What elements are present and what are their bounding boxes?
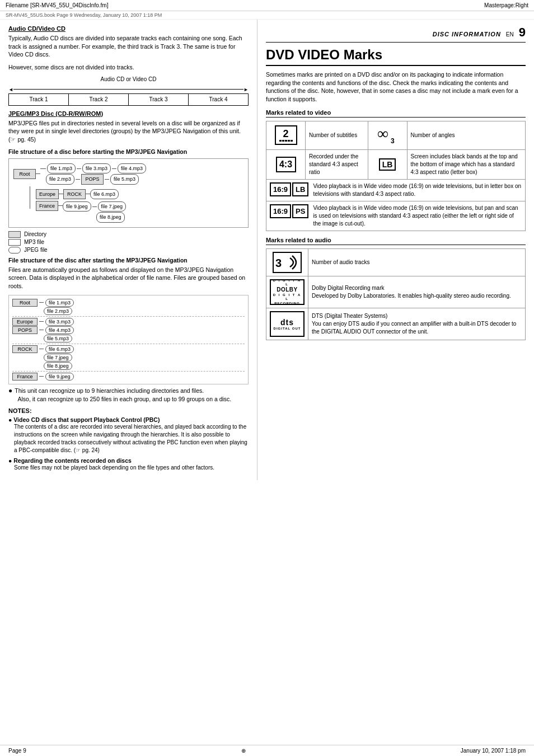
svg-text:∞: ∞ xyxy=(377,125,388,142)
icon-dts-cell: dts DIGITAL OUT xyxy=(266,308,308,340)
header: Filename [SR-MV45_55U_04DiscInfo.fm] Mas… xyxy=(0,0,534,11)
masterpage-label: Masterpage:Right xyxy=(484,2,528,8)
right-column: DISC INFORMATION EN 9 DVD VIDEO Marks So… xyxy=(257,20,534,480)
audio-cd-title: Audio CD/Video CD xyxy=(8,25,249,32)
fs2-file5mp3: file 5.mp3 xyxy=(44,335,72,342)
footer-date: January 10, 2007 1:18 pm xyxy=(461,748,526,754)
subheader-text: SR-MV45_55US.book Page 9 Wednesday, Janu… xyxy=(6,12,162,18)
legend-jpeg-icon xyxy=(8,247,21,253)
dashed-sep-2 xyxy=(12,344,245,344)
footer-page: Page 9 xyxy=(8,748,26,754)
legend-mp3-label: MP3 file xyxy=(24,239,44,245)
icon-subtitles-cell: 2 xyxy=(266,121,306,149)
track-diagram-label: Audio CD or Video CD xyxy=(8,76,249,82)
fs2-file6mp3: file 6.mp3 xyxy=(45,345,74,353)
main-content: Audio CD/Video CD Typically, Audio CD di… xyxy=(0,20,534,480)
marks-row-169lb-full: 16:9 LB Video playback is in Wide video … xyxy=(266,179,526,201)
audio-cd-body2: However, some discs are not divided into… xyxy=(8,63,249,72)
en-label: EN xyxy=(506,31,514,37)
marks-video-title: Marks related to video xyxy=(266,109,526,118)
icon-dolby-cell: D I G I T A L DOLBY D I G I T A L RECORD… xyxy=(266,276,308,308)
fs2-file2mp3: file 2.mp3 xyxy=(44,307,72,315)
fs-europe: Europe xyxy=(36,189,59,199)
note1: ● Video CD discs that support Playback C… xyxy=(8,416,249,454)
bullet-recognize: ● This unit can recognize up to 9 hierar… xyxy=(8,387,249,403)
file-struct-1: Root file 1.mp3 file 3.mp3 file 4.mp3 xyxy=(8,158,249,228)
file-struct-title: File structure of a disc before starting… xyxy=(8,148,249,155)
icon-169-lb: 16:9 LB xyxy=(270,182,308,196)
left-column: Audio CD/Video CD Typically, Audio CD di… xyxy=(0,20,257,480)
note2: ● Regarding the contents recorded on dis… xyxy=(8,457,249,472)
file-struct-2: Root file 1.mp3 file 2.mp3 Europe file 3… xyxy=(8,295,249,384)
fs2-rock: ROCK xyxy=(12,345,38,353)
fs2-file8jpeg: file 8.jpeg xyxy=(44,362,72,370)
marks-audio-title: Marks related to audio xyxy=(266,237,526,245)
track-bar: Track 1 Track 2 Track 3 Track 4 xyxy=(8,93,249,106)
fs2-root: Root xyxy=(12,299,38,307)
desc-dts: DTS (Digital Theater Systems)You can enj… xyxy=(308,308,526,340)
marks-row-dolby: D I G I T A L DOLBY D I G I T A L RECORD… xyxy=(266,276,526,308)
bullet-dot-1: ● xyxy=(8,387,12,395)
bullet-recognize-text: This unit can recognize up to 9 hierarch… xyxy=(15,387,231,403)
desc-subtitles: Number of subtitles xyxy=(306,121,368,149)
marks-row-43-lb: 4:3 Recorded under the standard 4:3 aspe… xyxy=(266,149,526,179)
marks-audio-table: 3 Number of audio tracks D I G I T A L D… xyxy=(266,248,526,340)
icon-43: 4:3 xyxy=(276,157,296,172)
track-diagram: Audio CD or Video CD ◄ ► Track 1 Track 2… xyxy=(8,76,249,106)
filename-label: Filename [SR-MV45_55U_04DiscInfo.fm] xyxy=(6,2,108,8)
marks-row-subtitles-angles: 2 Number of subtitles ∞ xyxy=(266,121,526,149)
fs-file2mp3: file 2.mp3 xyxy=(46,174,74,184)
fs-root: Root xyxy=(13,169,36,179)
file-struct2-title: File structure of the disc after startin… xyxy=(8,257,249,264)
fs2-pops: POPS xyxy=(12,326,38,334)
fs2-europe: Europe xyxy=(12,318,38,326)
fs-file1mp3: file 1.mp3 xyxy=(47,163,76,173)
fs-file3mp3: file 3.mp3 xyxy=(82,163,111,173)
sub-header: SR-MV45_55US.book Page 9 Wednesday, Janu… xyxy=(0,11,534,20)
fs-file5mp3: file 5.mp3 xyxy=(110,174,139,184)
marks-row-169ps-full: 16:9 PS Video playback is in Wide video … xyxy=(266,201,526,231)
dashed-sep-3 xyxy=(12,371,245,372)
icon-angles-cell: ∞ 3 xyxy=(368,121,407,149)
legend-dir-icon xyxy=(8,231,21,238)
desc-dolby: Dolby Digital Recording markDeveloped by… xyxy=(308,276,526,308)
marks-video-table: 2 Number of subtitles ∞ xyxy=(266,121,526,231)
note1-body: The contents of a disc are recorded into… xyxy=(8,423,249,454)
fs-file9jpeg: file 9.jpeg xyxy=(63,201,91,212)
marks-row-3surround: 3 Number of audio tracks xyxy=(266,248,526,276)
dvd-main-title: DVD VIDEO Marks xyxy=(266,47,526,66)
fs2-file9jpeg: file 9.jpeg xyxy=(45,373,74,381)
footer: Page 9 ⊕ January 10, 2007 1:18 pm xyxy=(0,745,534,756)
jpeg-title: JPEG/MP3 Disc (CD-R/RW/ROM) xyxy=(8,110,249,117)
fs-file6mp3: file 6.mp3 xyxy=(90,189,119,199)
icon-3surround-cell: 3 xyxy=(266,248,308,276)
subtitles-icon: 2 xyxy=(275,125,297,145)
legend: Directory MP3 file JPEG file xyxy=(8,231,249,253)
desc-169-lb: Video playback is in Wide video mode (16… xyxy=(313,182,522,198)
note2-title: ● Regarding the contents recorded on dis… xyxy=(8,457,249,464)
note1-title: ● Video CD discs that support Playback C… xyxy=(8,416,249,423)
fs-rock: ROCK xyxy=(63,189,86,199)
dts-icon: dts DIGITAL OUT xyxy=(270,311,305,337)
legend-mp3-item: MP3 file xyxy=(8,239,249,246)
fs-file4mp3: file 4.mp3 xyxy=(118,163,146,173)
fs-france: France xyxy=(36,201,58,211)
marks-row-dts: dts DIGITAL OUT DTS (Digital Theater Sys… xyxy=(266,308,526,340)
file-struct2-body: Files are automatically grouped as follo… xyxy=(8,266,249,290)
audio-cd-body1: Typically, Audio CD discs are divided in… xyxy=(8,34,249,59)
desc-angles: Number of angles xyxy=(407,121,525,149)
dolby-icon: D I G I T A L DOLBY D I G I T A L RECORD… xyxy=(270,279,305,305)
icon-lb-cell: LB xyxy=(368,149,407,179)
desc-lb: Screen includes black bands at the top a… xyxy=(407,149,525,179)
angles-icon: ∞ 3 xyxy=(372,124,404,147)
svg-text:3: 3 xyxy=(275,257,282,269)
page-num: 9 xyxy=(519,25,526,40)
fs2-file7jpeg: file 7.jpeg xyxy=(44,354,72,361)
icon-3surround: 3 xyxy=(273,252,302,273)
fs2-file1mp3: file 1.mp3 xyxy=(45,299,74,307)
disc-info-label: DISC INFORMATION xyxy=(433,31,501,37)
desc-3surround: Number of audio tracks xyxy=(308,248,526,276)
dvd-intro: Sometimes marks are printed on a DVD dis… xyxy=(266,71,526,104)
icon-43-cell: 4:3 xyxy=(266,149,306,179)
svg-text:3: 3 xyxy=(391,137,395,144)
